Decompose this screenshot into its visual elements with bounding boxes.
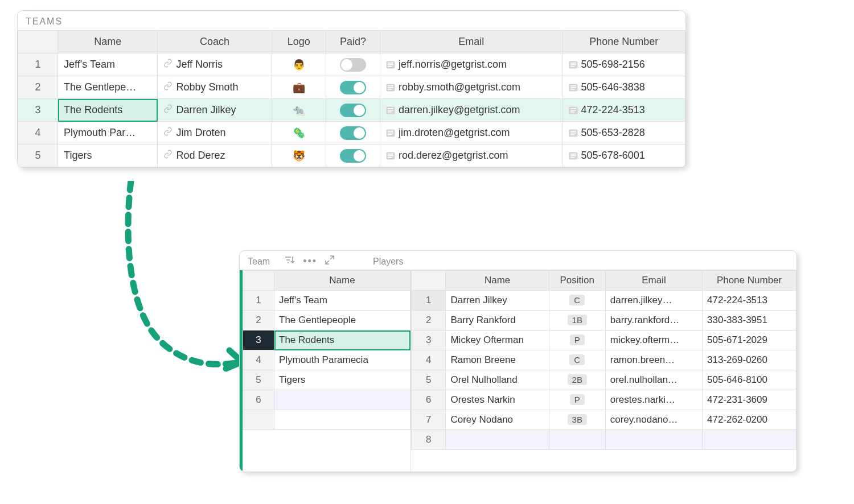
players-table[interactable]: Name Position Email Phone Number 1Darren… xyxy=(411,270,796,450)
table-row[interactable]: 6 xyxy=(243,390,410,410)
paid-toggle[interactable] xyxy=(340,126,366,140)
cell-paid[interactable] xyxy=(326,122,380,144)
cell-email[interactable]: jim.droten@getgrist.com xyxy=(380,122,563,144)
cell-position[interactable] xyxy=(549,430,605,450)
col-logo[interactable]: Logo xyxy=(272,31,326,53)
cell-position[interactable]: P xyxy=(549,390,605,410)
cell-email[interactable]: robby.smoth@getgrist.com xyxy=(380,76,563,99)
paid-toggle[interactable] xyxy=(340,81,366,94)
rownum[interactable]: 7 xyxy=(412,410,446,430)
cell-phone[interactable]: 472-224-3513 xyxy=(563,99,685,122)
rownum[interactable]: 6 xyxy=(412,390,446,410)
table-row[interactable]: 5Tigers xyxy=(243,370,410,390)
cell-name[interactable]: Corey Nodano xyxy=(446,410,549,430)
rownum[interactable]: 5 xyxy=(18,144,58,167)
table-row[interactable]: 2Barry Rankford1Bbarry.rankford…330-383-… xyxy=(412,311,796,331)
table-row[interactable]: 2The Gentlepe…Robby Smoth💼robby.smoth@ge… xyxy=(18,76,685,99)
cell-phone[interactable]: 505-653-2828 xyxy=(563,122,685,144)
rownum[interactable]: 1 xyxy=(243,291,274,311)
cell-logo[interactable]: 🐀 xyxy=(272,99,326,122)
cell-name[interactable]: Ramon Breene xyxy=(446,350,549,370)
teams-table[interactable]: Name Coach Logo Paid? Email Phone Number… xyxy=(18,30,685,167)
cell-email[interactable]: darren.jilkey… xyxy=(605,291,702,311)
col-coach[interactable]: Coach xyxy=(158,31,272,53)
cell-name[interactable]: The Gentlepeople xyxy=(274,311,410,331)
expand-icon[interactable] xyxy=(325,255,334,267)
cell-name[interactable]: Jeff's Team xyxy=(274,291,410,311)
cell-position[interactable]: P xyxy=(549,331,605,350)
team-mini-table[interactable]: Name 1Jeff's Team2The Gentlepeople3The R… xyxy=(243,270,410,430)
table-row[interactable]: 3Mickey OftermanPmickey.ofterm…505-671-2… xyxy=(412,331,796,350)
cell-logo[interactable]: 💼 xyxy=(272,76,326,99)
cell-phone[interactable]: 505-646-3838 xyxy=(563,76,685,99)
cell-phone[interactable]: 505-646-8100 xyxy=(703,370,796,390)
rownum[interactable]: 3 xyxy=(243,331,274,350)
table-row[interactable]: 5Orel Nulholland2Borel.nulhollan…505-646… xyxy=(412,370,796,390)
pcol-email[interactable]: Email xyxy=(605,271,702,291)
cell-email[interactable]: corey.nodano… xyxy=(605,410,702,430)
rownum[interactable]: 1 xyxy=(18,53,58,76)
rownum[interactable]: 1 xyxy=(412,291,446,311)
cell-position[interactable]: 2B xyxy=(549,370,605,390)
rownum[interactable]: 3 xyxy=(18,99,58,122)
cell-phone[interactable]: 505-698-2156 xyxy=(563,53,685,76)
cell-name[interactable]: Mickey Ofterman xyxy=(446,331,549,350)
cell-name[interactable] xyxy=(274,390,410,410)
cell-position[interactable]: C xyxy=(549,291,605,311)
table-row[interactable]: 7Corey Nodano3Bcorey.nodano…472-262-0200 xyxy=(412,410,796,430)
rownum[interactable]: 4 xyxy=(18,122,58,144)
table-row[interactable]: 1Jeff's TeamJeff Norris👨jeff.norris@getg… xyxy=(18,53,685,76)
table-row[interactable]: 8 xyxy=(412,430,796,450)
pcol-name[interactable]: Name xyxy=(446,271,549,291)
cell-name[interactable]: Tigers xyxy=(58,144,158,167)
rownum[interactable]: 2 xyxy=(243,311,274,331)
cell-paid[interactable] xyxy=(326,53,380,76)
pcol-phone[interactable]: Phone Number xyxy=(703,271,796,291)
rownum[interactable]: 3 xyxy=(412,331,446,350)
cell-name[interactable] xyxy=(446,430,549,450)
cell-email[interactable]: jeff.norris@getgrist.com xyxy=(380,53,563,76)
cell-phone[interactable]: 330-383-3951 xyxy=(703,311,796,331)
cell-email[interactable]: rod.derez@getgrist.com xyxy=(380,144,563,167)
team-mini-col-name[interactable]: Name xyxy=(274,271,410,291)
cell-phone[interactable]: 472-231-3609 xyxy=(703,390,796,410)
cell-phone[interactable]: 313-269-0260 xyxy=(703,350,796,370)
rownum[interactable] xyxy=(243,410,274,430)
cell-name[interactable]: Plymouth Paramecia xyxy=(274,350,410,370)
table-row[interactable]: 4Plymouth Paramecia xyxy=(243,350,410,370)
cell-email[interactable]: barry.rankford… xyxy=(605,311,702,331)
cell-phone[interactable]: 505-671-2029 xyxy=(703,331,796,350)
table-row[interactable]: 3The RodentsDarren Jilkey🐀darren.jilkey@… xyxy=(18,99,685,122)
paid-toggle[interactable] xyxy=(340,149,366,163)
cell-position[interactable]: C xyxy=(549,350,605,370)
paid-toggle[interactable] xyxy=(340,104,366,117)
col-email[interactable]: Email xyxy=(380,31,563,53)
rownum[interactable]: 4 xyxy=(243,350,274,370)
table-row[interactable]: 5TigersRod Derez🐯rod.derez@getgrist.com5… xyxy=(18,144,685,167)
pcol-pos[interactable]: Position xyxy=(549,271,605,291)
sort-filter-icon[interactable] xyxy=(285,255,295,267)
cell-name[interactable]: Tigers xyxy=(274,370,410,390)
cell-name[interactable] xyxy=(274,410,410,430)
cell-name[interactable]: The Rodents xyxy=(274,331,410,350)
cell-name[interactable]: Barry Rankford xyxy=(446,311,549,331)
cell-position[interactable]: 3B xyxy=(549,410,605,430)
cell-logo[interactable]: 🐯 xyxy=(272,144,326,167)
cell-email[interactable]: orestes.narki… xyxy=(605,390,702,410)
cell-phone[interactable]: 472-224-3513 xyxy=(703,291,796,311)
cell-name[interactable]: Orestes Narkin xyxy=(446,390,549,410)
rownum[interactable]: 5 xyxy=(243,370,274,390)
cell-email[interactable]: orel.nulhollan… xyxy=(605,370,702,390)
cell-logo[interactable]: 👨 xyxy=(272,53,326,76)
rownum[interactable]: 4 xyxy=(412,350,446,370)
table-row[interactable]: 1Jeff's Team xyxy=(243,291,410,311)
cell-name[interactable]: The Gentlepe… xyxy=(58,76,158,99)
col-paid[interactable]: Paid? xyxy=(326,31,380,53)
table-row[interactable] xyxy=(243,410,410,430)
col-name[interactable]: Name xyxy=(58,31,158,53)
cell-email[interactable]: ramon.breen… xyxy=(605,350,702,370)
cell-paid[interactable] xyxy=(326,144,380,167)
cell-phone[interactable] xyxy=(703,430,796,450)
cell-paid[interactable] xyxy=(326,76,380,99)
cell-phone[interactable]: 472-262-0200 xyxy=(703,410,796,430)
